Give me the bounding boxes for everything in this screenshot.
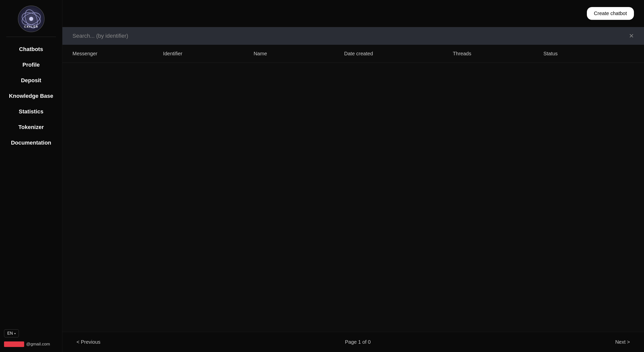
column-header-date-created: Date created (344, 51, 453, 57)
sidebar: CAVLER Chatbots Profile Deposit Knowledg… (0, 0, 62, 352)
topbar: Create chatbot (62, 0, 644, 27)
next-button[interactable]: Next > (611, 337, 634, 347)
sidebar-item-tokenizer[interactable]: Tokenizer (0, 120, 62, 135)
main-content: Create chatbot ✕ Messenger Identifier Na… (62, 0, 644, 352)
table-header: Messenger Identifier Name Date created T… (62, 45, 644, 63)
pagination: < Previous Page 1 of 0 Next > (62, 332, 644, 352)
sidebar-item-deposit[interactable]: Deposit (0, 73, 62, 88)
sidebar-bottom: EN ▾ @gmail.com (0, 324, 62, 352)
avatar (4, 341, 24, 347)
language-selector[interactable]: EN ▾ (4, 329, 19, 337)
column-header-name: Name (254, 51, 344, 57)
search-input[interactable] (72, 33, 634, 39)
column-header-messenger: Messenger (72, 51, 163, 57)
search-bar: ✕ (62, 27, 644, 45)
previous-button[interactable]: < Previous (72, 337, 104, 347)
sidebar-item-statistics[interactable]: Statistics (0, 104, 62, 119)
user-email-suffix: @gmail.com (26, 342, 50, 347)
column-header-threads: Threads (453, 51, 543, 57)
language-label: EN (7, 331, 13, 336)
search-bar-wrapper: ✕ (62, 27, 644, 45)
user-email-row: @gmail.com (4, 341, 58, 347)
chevron-down-icon: ▾ (14, 332, 16, 335)
sidebar-item-documentation[interactable]: Documentation (0, 136, 62, 150)
sidebar-item-knowledge-base[interactable]: Knowledge Base (0, 89, 62, 103)
logo-area: CAVLER (0, 0, 62, 37)
sidebar-divider (6, 37, 56, 37)
svg-point-4 (29, 17, 33, 21)
table-container: Messenger Identifier Name Date created T… (62, 45, 644, 352)
column-header-status: Status (543, 51, 634, 57)
search-clear-icon[interactable]: ✕ (629, 32, 634, 39)
sidebar-nav: Chatbots Profile Deposit Knowledge Base … (0, 42, 62, 150)
sidebar-item-chatbots[interactable]: Chatbots (0, 42, 62, 57)
create-chatbot-button[interactable]: Create chatbot (587, 7, 634, 20)
column-header-identifier: Identifier (163, 51, 254, 57)
logo: CAVLER (17, 5, 45, 33)
page-info: Page 1 of 0 (345, 339, 371, 345)
sidebar-item-profile[interactable]: Profile (0, 58, 62, 72)
svg-text:CAVLER: CAVLER (24, 25, 38, 28)
